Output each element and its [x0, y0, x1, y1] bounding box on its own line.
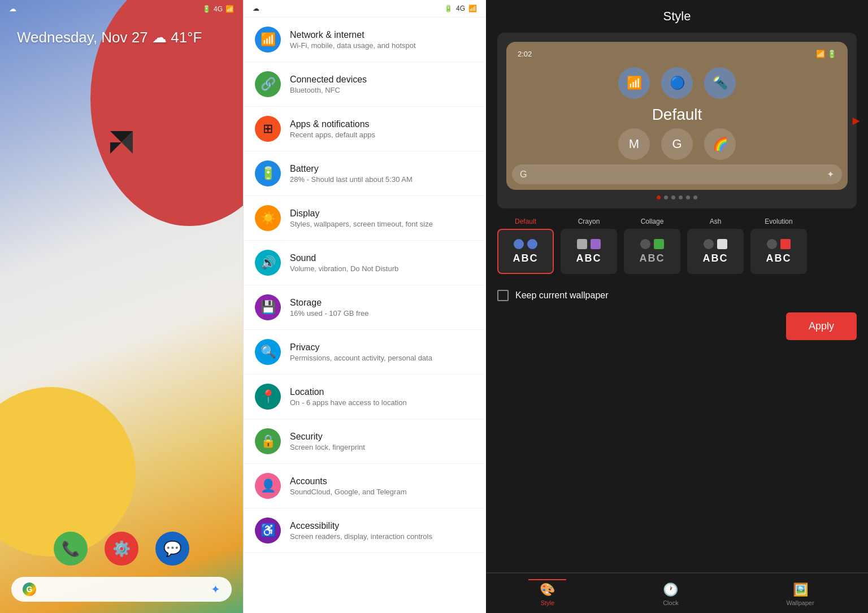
settings-item-sound[interactable]: 🔊 Sound Volume, vibration, Do Not Distur…: [244, 241, 486, 285]
theme-evo-abc: ABC: [766, 253, 792, 264]
preview-dot-3: [671, 195, 675, 199]
preview-google-icon: G: [661, 128, 693, 160]
theme-collage[interactable]: Collage ABC: [624, 218, 680, 274]
theme-crayon-label: Crayon: [578, 218, 600, 225]
preview-status-icons: 📶 🔋: [816, 50, 836, 58]
theme-evolution-preview: ABC: [750, 229, 807, 274]
theme-crayon-abc: ABC: [576, 253, 602, 264]
preview-status-bar: 2:02 📶 🔋: [512, 47, 842, 60]
settings-item-accessibility[interactable]: ♿ Accessibility Screen readers, display,…: [244, 508, 486, 553]
accounts-subtitle: SoundCloud, Google, and Telegram: [290, 488, 475, 496]
apply-button[interactable]: Apply: [786, 312, 857, 340]
theme-evolution-icons: [767, 239, 791, 249]
privacy-icon: 🔍: [255, 339, 281, 365]
theme-collage-icon1: [640, 239, 650, 249]
preview-quick-icons: 📶 🔵 🔦: [512, 67, 842, 99]
theme-evolution[interactable]: Evolution ABC: [750, 218, 807, 274]
accounts-icon: 👤: [255, 473, 281, 499]
app-phone-icon[interactable]: 📞: [54, 532, 88, 566]
keep-wallpaper-row: Keep current wallpaper: [486, 283, 868, 308]
home-search-bar[interactable]: G ✦: [11, 577, 232, 602]
sound-icon: 🔊: [255, 250, 281, 276]
theme-default[interactable]: Default ABC: [497, 218, 554, 274]
nav-style[interactable]: 🎨 Style: [528, 579, 566, 608]
settings-item-storage[interactable]: 💾 Storage 16% used - 107 GB free: [244, 285, 486, 330]
theme-evo-icon1: [767, 239, 777, 249]
style-header: Style: [486, 0, 868, 33]
battery-icon: 🔋: [202, 5, 211, 13]
settings-item-network[interactable]: 📶 Network & internet Wi-Fi, mobile, data…: [244, 18, 486, 62]
sound-text: Sound Volume, vibration, Do Not Disturb: [290, 253, 475, 273]
accessibility-title: Accessibility: [290, 521, 475, 531]
home-app-row: 📞 ⚙️ 💬: [11, 532, 232, 566]
settings-panel: ☁ 🔋 4G 📶 📶 Network & internet Wi-Fi, mob…: [243, 0, 486, 613]
preview-dot-1: [657, 195, 661, 199]
accessibility-subtitle: Screen readers, display, interaction con…: [290, 532, 475, 541]
settings-item-display[interactable]: ☀️ Display Styles, wallpapers, screen ti…: [244, 196, 486, 241]
preview-search-g: G: [520, 169, 527, 180]
accounts-title: Accounts: [290, 476, 475, 486]
theme-ash-icon1: [704, 239, 714, 249]
app-messages-icon[interactable]: 💬: [155, 532, 189, 566]
preview-dot-5: [686, 195, 690, 199]
apply-button-row: Apply: [486, 308, 868, 345]
settings-item-apps[interactable]: ⊞ Apps & notifications Recent apps, defa…: [244, 107, 486, 151]
style-panel: Style 2:02 📶 🔋 📶 🔵 🔦 Default M G 🌈: [486, 0, 868, 613]
location-icon: 📍: [255, 384, 281, 410]
settings-item-security[interactable]: 🔒 Security Screen lock, fingerprint: [244, 419, 486, 464]
theme-default-icons: [514, 239, 537, 249]
wallpaper-nav-icon: 🖼️: [793, 582, 808, 597]
theme-ash-label: Ash: [710, 218, 722, 225]
settings-item-accounts[interactable]: 👤 Accounts SoundCloud, Google, and Teleg…: [244, 464, 486, 508]
privacy-title: Privacy: [290, 342, 475, 353]
preview-dot-6: [693, 195, 697, 199]
preview-time: 2:02: [518, 50, 532, 58]
nav-wallpaper[interactable]: 🖼️ Wallpaper: [775, 580, 825, 608]
preview-dot-4: [679, 195, 683, 199]
preview-bluetooth-quick: 🔵: [661, 67, 693, 99]
settings-item-privacy[interactable]: 🔍 Privacy Permissions, account activity,…: [244, 330, 486, 375]
location-text: Location On - 6 apps have access to loca…: [290, 387, 475, 407]
preview-app-icons-row2: M G 🌈: [512, 128, 842, 160]
nav-clock[interactable]: 🕐 Clock: [652, 580, 690, 608]
preview-assistant-icon: ✦: [827, 169, 834, 180]
style-themes: Default ABC Crayon ABC Collage: [486, 208, 868, 283]
devices-subtitle: Bluetooth, NFC: [290, 86, 475, 94]
apps-title: Apps & notifications: [290, 119, 475, 129]
preview-phone-frame: 2:02 📶 🔋 📶 🔵 🔦 Default M G 🌈 G: [506, 42, 848, 190]
preview-pagination: [506, 195, 848, 199]
google-logo: G: [23, 582, 36, 596]
preview-next-arrow[interactable]: ►: [850, 114, 862, 128]
theme-crayon[interactable]: Crayon ABC: [561, 218, 617, 274]
settings-item-devices[interactable]: 🔗 Connected devices Bluetooth, NFC: [244, 62, 486, 107]
theme-collage-icon2: [654, 239, 664, 249]
security-text: Security Screen lock, fingerprint: [290, 432, 475, 451]
settings-status-bar: ☁ 🔋 4G 📶: [244, 0, 486, 18]
theme-evolution-label: Evolution: [765, 218, 792, 225]
storage-subtitle: 16% used - 107 GB free: [290, 309, 475, 318]
settings-item-location[interactable]: 📍 Location On - 6 apps have access to lo…: [244, 375, 486, 419]
preview-dot-2: [664, 195, 668, 199]
location-subtitle: On - 6 apps have access to location: [290, 398, 475, 407]
framer-icon: [105, 125, 138, 159]
display-text: Display Styles, wallpapers, screen timeo…: [290, 208, 475, 228]
network-subtitle: Wi-Fi, mobile, data usage, and hotspot: [290, 41, 475, 50]
keep-wallpaper-label: Keep current wallpaper: [515, 290, 609, 301]
theme-default-icon2: [527, 239, 537, 249]
settings-status-left: ☁: [253, 5, 259, 12]
home-status-right: 🔋 4G 📶: [202, 5, 234, 13]
sound-title: Sound: [290, 253, 475, 263]
display-subtitle: Styles, wallpapers, screen timeout, font…: [290, 220, 475, 228]
apps-icon: ⊞: [255, 116, 281, 142]
keep-wallpaper-checkbox[interactable]: [497, 290, 509, 301]
app-settings-icon[interactable]: ⚙️: [105, 532, 138, 566]
settings-item-battery[interactable]: 🔋 Battery 28% - Should last until about …: [244, 151, 486, 196]
wallpaper-nav-label: Wallpaper: [786, 599, 814, 606]
signal-text: 4G: [214, 5, 223, 13]
preview-flashlight-quick: 🔦: [704, 67, 736, 99]
theme-ash[interactable]: Ash ABC: [687, 218, 744, 274]
settings-signal-text: 4G: [456, 5, 465, 12]
theme-ash-abc: ABC: [703, 253, 728, 264]
signal-icon: 📶: [225, 5, 234, 13]
accounts-text: Accounts SoundCloud, Google, and Telegra…: [290, 476, 475, 496]
